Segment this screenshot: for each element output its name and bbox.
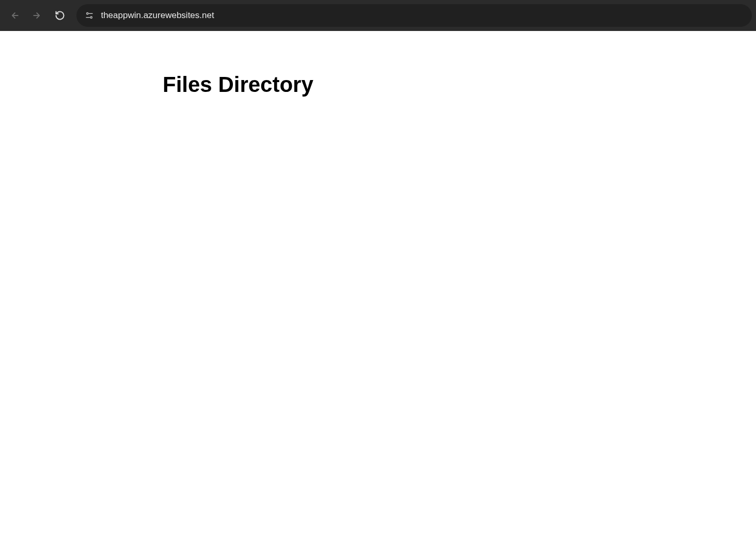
page-title: Files Directory: [163, 72, 756, 97]
address-bar[interactable]: theappwin.azurewebsites.net: [76, 4, 752, 27]
browser-toolbar: theappwin.azurewebsites.net: [0, 0, 756, 31]
url-text[interactable]: theappwin.azurewebsites.net: [101, 10, 745, 21]
back-button[interactable]: [4, 5, 25, 26]
svg-point-2: [86, 13, 88, 14]
svg-point-4: [90, 17, 92, 18]
forward-button[interactable]: [27, 5, 48, 26]
site-settings-icon[interactable]: [84, 10, 94, 21]
reload-button[interactable]: [50, 5, 70, 26]
page-content: Files Directory: [0, 31, 756, 97]
